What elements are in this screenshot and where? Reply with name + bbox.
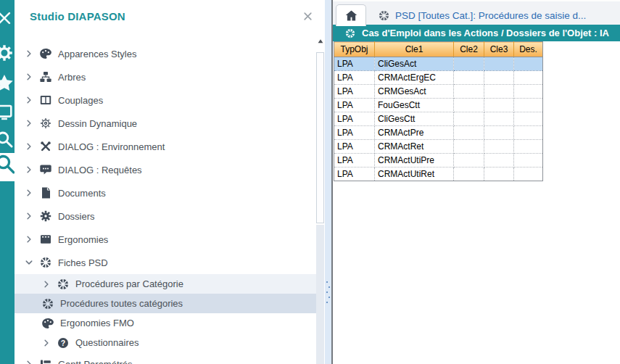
- panel-splitter[interactable]: [325, 0, 331, 364]
- sidebar-item-label: Procédures par Catégorie: [75, 278, 183, 289]
- table-row[interactable]: LPACRMActRet: [334, 140, 543, 154]
- sidebar-item-documents[interactable]: Documents: [15, 181, 316, 204]
- sidebar-item-label: Documents: [58, 188, 106, 199]
- psd-flower-icon: [345, 28, 355, 38]
- table-cell: [484, 112, 514, 126]
- tool-rail: [0, 0, 15, 364]
- question-icon: ?: [57, 337, 69, 349]
- gear-outline-icon: [40, 117, 51, 129]
- table-cell: LPA: [334, 112, 375, 126]
- chevron-right-icon[interactable]: [25, 49, 33, 58]
- tree-icon: [40, 71, 51, 83]
- tools-icon: [40, 141, 51, 152]
- table-cell: [514, 85, 543, 99]
- chevron-right-icon[interactable]: [25, 212, 33, 220]
- triangle-up-icon[interactable]: [317, 38, 324, 45]
- psd-flower-icon: [57, 278, 69, 290]
- search-icon[interactable]: [0, 154, 15, 174]
- scrollbar-thumb[interactable]: [316, 52, 324, 223]
- sidebar-item-arbres[interactable]: Arbres: [15, 65, 316, 88]
- table-row[interactable]: LPACRMActErgEC: [334, 71, 543, 85]
- palette-icon: [42, 318, 54, 329]
- cog-icon: [40, 210, 51, 222]
- table-cell: [454, 57, 484, 71]
- sidebar-item-procedures-par-categorie[interactable]: Procédures par Catégorie: [15, 274, 316, 294]
- table-row[interactable]: LPACRMActPre: [334, 126, 543, 140]
- table-cell: LPA: [334, 57, 375, 71]
- column-header-typobj[interactable]: TypObj: [334, 42, 375, 57]
- table-cell: [514, 57, 543, 71]
- tab-home[interactable]: [336, 4, 366, 26]
- table-cell: [484, 154, 514, 167]
- sidebar-item-dessin-dynamique[interactable]: Dessin Dynamique: [15, 112, 316, 135]
- chevron-down-icon[interactable]: [25, 258, 33, 267]
- sidebar-item-gantt-parametres[interactable]: Gantt Paramétrés: [15, 352, 316, 364]
- sidebar-item-label: Dossiers: [58, 211, 95, 222]
- table-cell: LPA: [334, 140, 375, 154]
- sidebar-item-label: Fiches PSD: [58, 257, 108, 268]
- table-cell: CRMActRet: [375, 140, 454, 154]
- table-cell: [484, 167, 514, 181]
- sidebar-item-couplages[interactable]: Couplages: [15, 88, 316, 112]
- document-icon: [40, 187, 51, 199]
- chevron-right-icon[interactable]: [25, 96, 33, 104]
- chevron-right-icon[interactable]: [25, 360, 33, 364]
- rail-background-bottom: [0, 181, 15, 364]
- search-icon[interactable]: [0, 131, 13, 148]
- sidebar-item-questionnaires[interactable]: ?Questionnaires: [15, 333, 316, 352]
- table-row[interactable]: LPACliGesAct: [334, 57, 543, 71]
- table-cell: [454, 154, 484, 167]
- sidebar-scrollbar[interactable]: [316, 33, 325, 364]
- table-cell: [514, 167, 543, 181]
- sidebar-item-fiches-psd[interactable]: Fiches PSD: [15, 251, 316, 274]
- column-header-cle2[interactable]: Cle2: [454, 42, 484, 57]
- chevron-right-icon[interactable]: [25, 119, 33, 128]
- table-row[interactable]: LPACRMGesAct: [334, 85, 543, 99]
- table-cell: [454, 167, 484, 181]
- table-row[interactable]: LPAFouGesCtt: [334, 99, 543, 112]
- star-icon[interactable]: [0, 74, 13, 91]
- gear-icon[interactable]: [0, 44, 13, 62]
- table-cell: LPA: [334, 126, 375, 140]
- navigation-tree: Apparences StylesArbresCouplagesDessin D…: [15, 42, 316, 364]
- table-row[interactable]: LPACRMActUtiRet: [334, 167, 543, 181]
- sidebar-item-dossiers[interactable]: Dossiers: [15, 204, 316, 228]
- chevron-right-icon[interactable]: [25, 142, 33, 151]
- column-header-cle3[interactable]: Cle3: [484, 42, 514, 57]
- window-solid-icon: [40, 233, 51, 245]
- sidebar-item-apparences-styles[interactable]: Apparences Styles: [15, 42, 316, 65]
- sidebar-item-label: Arbres: [58, 72, 86, 83]
- chevron-right-icon[interactable]: [42, 280, 51, 289]
- chevron-right-icon[interactable]: [25, 235, 33, 244]
- sidebar-item-procedures-toutes-categories[interactable]: Procédures toutes catégories: [15, 294, 316, 313]
- psd-flower-icon: [379, 10, 389, 21]
- close-icon[interactable]: [302, 11, 313, 22]
- table-row[interactable]: LPACRMActUtiPre: [334, 154, 543, 167]
- table-cell: CRMActErgEC: [375, 71, 454, 85]
- tab-psd[interactable]: PSD [Toutes Cat.]: Procédures de saisie …: [370, 4, 595, 26]
- data-grid: TypObjCle1Cle2Cle3Des. LPACliGesActLPACR…: [334, 41, 543, 181]
- splitter-grip-icon: [326, 281, 330, 307]
- table-cell: [514, 99, 543, 112]
- sidebar-item-ergonomies-fmo[interactable]: Ergonomies FMO: [15, 313, 316, 333]
- column-header-des[interactable]: Des.: [514, 42, 543, 57]
- chevron-right-icon[interactable]: [25, 165, 33, 174]
- table-cell: [484, 140, 514, 154]
- grid-table: TypObjCle1Cle2Cle3Des. LPACliGesActLPACR…: [334, 41, 543, 181]
- close-icon[interactable]: [0, 9, 13, 27]
- table-cell: CRMActUtiPre: [375, 154, 454, 167]
- sidebar-item-dialog-environnement[interactable]: DIALOG : Environnement: [15, 135, 316, 158]
- chevron-right-icon[interactable]: [25, 189, 33, 197]
- chevron-right-icon[interactable]: [25, 73, 33, 81]
- table-cell: [484, 85, 514, 99]
- sidebar-title: Studio DIAPASON: [30, 10, 125, 22]
- scrollbar-track[interactable]: [316, 225, 324, 364]
- sidebar-item-label: Apparences Styles: [58, 49, 136, 59]
- sidebar-item-ergonomies[interactable]: Ergonomies: [15, 228, 316, 251]
- sidebar-item-label: Ergonomies: [58, 234, 108, 245]
- window-icon[interactable]: [0, 103, 13, 120]
- column-header-cle1[interactable]: Cle1: [375, 42, 454, 57]
- table-row[interactable]: LPACliGesCtt: [334, 112, 543, 126]
- sidebar-item-dialog-requetes[interactable]: DIALOG : Requêtes: [15, 158, 316, 181]
- chevron-right-icon[interactable]: [42, 339, 51, 347]
